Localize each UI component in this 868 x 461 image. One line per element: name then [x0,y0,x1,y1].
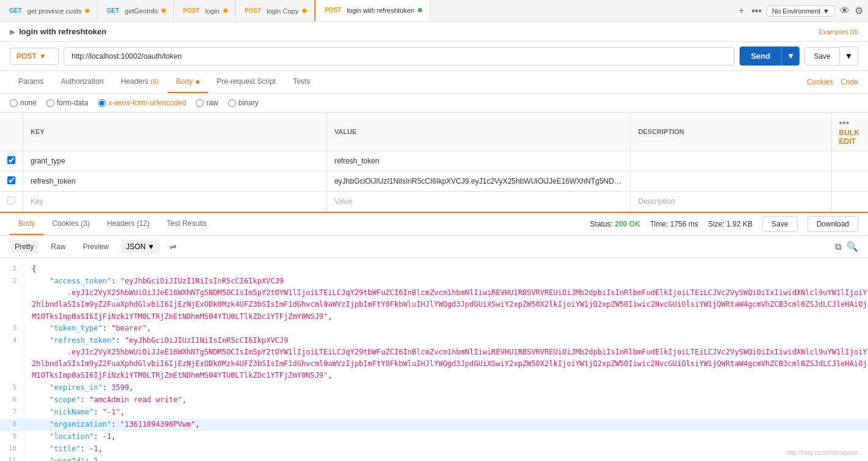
method-select[interactable]: POST ▼ [10,48,59,65]
json-line-5: 5 "expires_in": 3599, [0,382,868,394]
row2-value-cell[interactable]: eyJhbGciOiJIUzI1NiIsInR5cCI6IkpXVCJ9.eyJ… [327,171,631,192]
code-link[interactable]: Code [840,78,858,86]
tab-authorization[interactable]: Authorization [52,71,112,93]
col-actions: ••• Bulk Edit [831,113,868,151]
option-binary[interactable]: binary [228,99,259,107]
response-status: Status: 200 OK Time: 1756 ms Size: 1.92 … [590,216,858,232]
row3-actions-cell [831,192,868,212]
watermark: http://blog.co.in/m/mapase... [786,449,863,456]
tab-dot-post-login-copy [302,9,306,13]
size-value: 1.92 KB [727,220,753,228]
tab-dot-post-login-refresh [418,8,422,12]
send-dropdown-button[interactable]: ▼ [781,47,799,66]
radio-binary[interactable] [228,99,236,107]
col-key: KEY [23,113,327,151]
chevron-down-icon: ▼ [147,242,155,251]
format-bar-right: ⧉ 🔍 [835,241,858,252]
size-label: Size: 1.92 KB [708,220,753,228]
tab-body[interactable]: Body [168,71,209,93]
eye-icon[interactable]: 👁 [840,6,850,17]
tab-tests[interactable]: Tests [284,71,319,93]
tab-label-post-login-copy: login Copy [267,7,299,15]
radio-none[interactable] [10,99,18,107]
tab-get-geoinfo[interactable]: GET getGeoInfo [97,0,174,21]
status-value: 200 OK [615,220,640,228]
option-x-www[interactable]: x-www-form-urlencoded [98,99,186,107]
format-type-label: JSON [126,242,146,251]
tab-pre-request[interactable]: Pre-request Script [208,71,284,93]
response-tab-headers[interactable]: Headers (12) [98,213,158,235]
tab-post-login-refresh[interactable]: POST login with refreshtoken [314,0,430,21]
tab-actions: ＋ ••• No Environment ▼ 👁 ⚙ [732,4,868,17]
json-line-4: 4 "refresh_token": "eyJhbGciOiJIUzI1NiIs… [0,335,868,382]
json-line-7: 7 "nickName": "-1", [0,407,868,419]
row2-desc-cell[interactable] [631,171,831,192]
response-tab-test-results[interactable]: Test Results [158,213,215,235]
row1-key-cell[interactable]: grant_type [23,151,327,171]
method-label-get2: GET [105,7,121,15]
tab-params[interactable]: Params [10,71,52,93]
row3-desc-cell[interactable]: Description [631,192,831,212]
settings-icon[interactable]: ⚙ [855,5,863,17]
format-raw-button[interactable]: Raw [46,240,70,253]
json-line-3: 3 "token_type": "bearer", [0,323,868,335]
tab-headers[interactable]: Headers (6) [112,71,167,93]
row1-actions-cell [831,151,868,171]
bulk-edit-link[interactable]: Bulk Edit [839,129,859,146]
tab-post-login[interactable]: POST login [174,0,235,21]
radio-form-data[interactable] [46,99,54,107]
row3-value-cell[interactable]: Value [327,192,631,212]
row1-checkbox[interactable] [7,156,15,164]
url-input[interactable] [64,47,735,66]
save-dropdown-button[interactable]: ▼ [840,47,858,66]
table-row: grant_type refresh_token [0,151,868,171]
format-type-dropdown[interactable]: JSON ▼ [121,240,160,253]
more-options-icon[interactable]: ••• [839,118,850,128]
row3-key-cell[interactable]: Key [23,192,327,212]
tabs-row-right: Cookies Code [807,78,858,86]
row2-actions-cell [831,171,868,192]
response-download-button[interactable]: Download [807,216,858,232]
params-table: KEY VALUE DESCRIPTION ••• Bulk Edit gran… [0,113,868,212]
row2-key-cell[interactable]: refresh_token [23,171,327,192]
option-form-data[interactable]: form-data [46,99,88,107]
json-line-9: 9 "location": -1, [0,431,868,443]
row1-value-cell[interactable]: refresh_token [327,151,631,171]
row2-checkbox[interactable] [7,176,15,184]
body-options: none form-data x-www-form-urlencoded raw… [0,94,868,113]
option-none[interactable]: none [10,99,37,107]
wrap-button[interactable]: ⇌ [167,239,179,254]
cookies-link[interactable]: Cookies [807,78,833,86]
add-tab-button[interactable]: ＋ [736,4,746,17]
environment-selector[interactable]: No Environment ▼ [766,6,835,17]
response-tab-body[interactable]: Body [10,213,43,235]
radio-raw[interactable] [196,99,204,107]
examples-link[interactable]: Examples (0) [818,28,858,36]
response-tab-cookies[interactable]: Cookies (3) [43,213,98,235]
col-description: DESCRIPTION [631,113,831,151]
format-preview-button[interactable]: Preview [78,240,114,253]
chevron-right-icon[interactable]: ▶ [10,28,15,36]
copy-icon[interactable]: ⧉ [835,241,842,252]
json-line-1: 1 { [0,263,868,275]
send-button[interactable]: Send [740,47,781,66]
tab-dot-get-province [85,9,89,13]
row1-desc-cell[interactable] [631,151,831,171]
chevron-down-icon: ▼ [823,7,829,15]
response-save-button[interactable]: Save [762,216,797,232]
tab-label-post-login: login [205,7,219,15]
json-viewer[interactable]: 1 { 2 "access_token": "eyJhbGciOiJIUzI1N… [0,258,868,461]
tab-dot-get-geoinfo [161,9,166,13]
env-label: No Environment [772,7,820,15]
tab-bar: GET get province custs GET getGeoInfo PO… [0,0,868,22]
tab-post-login-copy[interactable]: POST login Copy [236,0,314,21]
url-bar: POST ▼ Send ▼ Save ▼ [0,42,868,71]
tab-get-province[interactable]: GET get province custs [0,0,97,21]
search-icon[interactable]: 🔍 [847,241,858,252]
save-button[interactable]: Save [804,47,839,66]
more-tabs-button[interactable]: ••• [751,6,762,17]
row3-checkbox-cell [0,192,23,212]
radio-x-www[interactable] [98,99,106,107]
option-raw[interactable]: raw [196,99,218,107]
format-pretty-button[interactable]: Pretty [10,240,39,253]
